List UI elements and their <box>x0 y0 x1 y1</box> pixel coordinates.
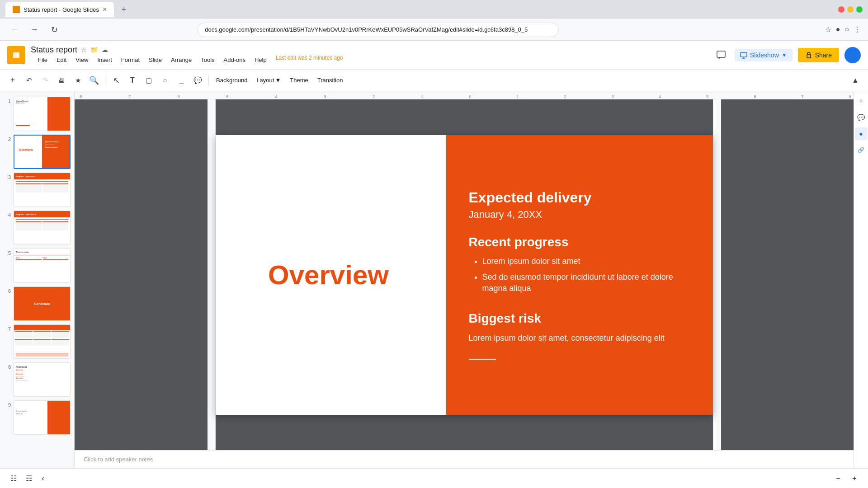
slide-item-8[interactable]: 8 Next steps Action item Lorem ipsum dol… <box>0 361 74 399</box>
slide-item-4[interactable]: 4 Progress - Topic area 2 <box>0 209 74 247</box>
profile-icon[interactable]: ○ <box>844 25 849 34</box>
layout-dropdown-icon: ▼ <box>275 77 281 84</box>
sidebar-explore-icon[interactable]: + <box>855 95 868 108</box>
cursor-btn[interactable]: ↖ <box>109 73 123 88</box>
add-slide-btn[interactable]: + <box>5 73 20 88</box>
menu-icon[interactable]: ⋮ <box>854 25 861 34</box>
background-btn[interactable]: Background <box>212 75 251 85</box>
menu-view[interactable]: View <box>72 55 92 65</box>
star-icon[interactable]: ☆ <box>81 46 87 53</box>
biggest-risk-text[interactable]: Lorem ipsum dolor sit amet, consectetur … <box>469 332 690 344</box>
slide-item-9[interactable]: 9 Lorem ipsum dolor sit <box>0 399 74 436</box>
folder-icon[interactable]: 📁 <box>90 46 98 53</box>
biggest-risk-heading[interactable]: Biggest risk <box>469 311 690 326</box>
extensions-icon[interactable]: ● <box>836 25 840 34</box>
url-bar[interactable]: docs.google.com/presentation/d/1B5HTaVYN… <box>197 23 559 37</box>
slide-thumbnail-8[interactable]: Next steps Action item Lorem ipsum dolor… <box>14 362 71 397</box>
slide-thumbnail-7[interactable] <box>14 324 71 359</box>
app-title[interactable]: Status report <box>31 45 77 55</box>
slideshow-dropdown-icon[interactable]: ▼ <box>782 52 787 58</box>
present-btn[interactable]: Slideshow ▼ <box>735 49 793 61</box>
toolbar-divider-2 <box>208 75 209 86</box>
collapse-panel-btn[interactable]: ‹ <box>42 474 44 483</box>
redo-btn[interactable]: ↷ <box>38 73 52 88</box>
close-window-btn[interactable] <box>838 6 844 13</box>
shape-btn[interactable]: ○ <box>158 73 172 88</box>
browser-tab[interactable]: Status report - Google Slides × <box>5 2 114 17</box>
new-tab-btn[interactable]: + <box>118 3 130 16</box>
slide-item-5[interactable]: 5 Attention areas Risk 1 Lorem ipsum dol… <box>0 247 74 285</box>
maximize-window-btn[interactable] <box>856 6 863 13</box>
layout-label: Layout <box>256 77 274 84</box>
line-btn[interactable]: ⎯ <box>174 73 189 88</box>
bullet-item-2[interactable]: Sed do eiusmod tempor incididunt ut labo… <box>482 272 690 294</box>
slide-thumbnail-9[interactable]: Lorem ipsum dolor sit <box>14 400 71 435</box>
slide-thumbnail-1[interactable]: Status Report: Project name: <box>14 97 71 131</box>
right-sidebar: + 💬 ● 🔗 <box>854 91 868 468</box>
slide-item-1[interactable]: 1 Status Report: Project name: <box>0 95 74 133</box>
slide-thumbnail-5[interactable]: Attention areas Risk 1 Lorem ipsum dolor… <box>14 249 71 283</box>
transition-btn[interactable]: Transition <box>314 75 347 85</box>
menu-slide[interactable]: Slide <box>145 55 165 65</box>
forward-btn[interactable]: → <box>27 23 42 37</box>
slide-thumbnail-4[interactable]: Progress - Topic area 2 <box>14 211 71 245</box>
browser-chrome: Status report - Google Slides × + <box>0 0 868 19</box>
slide-canvas[interactable]: Overview Expected delivery January 4, 20… <box>216 135 713 415</box>
toolbar-right: ▲ <box>848 73 863 88</box>
zoom-out-btn[interactable]: − <box>832 472 844 485</box>
menu-arrange[interactable]: Arrange <box>167 55 195 65</box>
sidebar-link-icon[interactable]: 🔗 <box>855 144 868 156</box>
slide-number-7: 7 <box>4 324 11 332</box>
layout-btn[interactable]: Layout ▼ <box>253 75 284 85</box>
menu-help[interactable]: Help <box>251 55 270 65</box>
expected-delivery-heading[interactable]: Expected delivery <box>469 189 690 206</box>
slide-item-7[interactable]: 7 <box>0 323 74 361</box>
paint-format-btn[interactable]: ★ <box>71 73 85 88</box>
slide-thumbnail-2[interactable]: Overview Expected delivery January 4, 20… <box>14 135 71 169</box>
sidebar-theme-icon[interactable]: ● <box>855 127 868 140</box>
overview-title[interactable]: Overview <box>268 259 389 291</box>
print-btn[interactable]: 🖶 <box>54 73 69 88</box>
slide-panel: 1 Status Report: Project name: 2 Overvie… <box>0 91 75 468</box>
user-avatar[interactable] <box>844 47 861 63</box>
expected-delivery-date[interactable]: January 4, 20XX <box>469 209 690 221</box>
menu-edit[interactable]: Edit <box>53 55 70 65</box>
image-btn[interactable]: ▢ <box>142 73 156 88</box>
notes-area[interactable]: Click to add speaker notes <box>75 450 854 468</box>
cloud-icon[interactable]: ☁ <box>102 46 108 53</box>
text-btn[interactable]: T <box>125 73 140 88</box>
menu-tools[interactable]: Tools <box>197 55 218 65</box>
recent-progress-heading[interactable]: Recent progress <box>469 235 690 249</box>
slide-item-6[interactable]: 6 Schedule <box>0 285 74 323</box>
zoom-in-btn[interactable]: + <box>848 472 861 485</box>
menu-addons[interactable]: Add-ons <box>220 55 249 65</box>
slides-logo-icon <box>11 50 22 61</box>
last-edit-text[interactable]: Last edit was 2 minutes ago <box>276 55 343 65</box>
reload-btn[interactable]: ↻ <box>47 23 61 37</box>
undo-btn[interactable]: ↶ <box>22 73 36 88</box>
bookmark-icon[interactable]: ☆ <box>825 25 831 34</box>
share-btn[interactable]: Share <box>798 48 839 62</box>
back-btn[interactable]: ← <box>7 23 22 37</box>
menu-format[interactable]: Format <box>118 55 143 65</box>
slide-number-6: 6 <box>4 286 11 294</box>
comments-btn[interactable] <box>713 47 729 63</box>
collapse-toolbar-btn[interactable]: ▲ <box>848 73 863 88</box>
slide-item-2[interactable]: 2 Overview Expected delivery January 4, … <box>0 133 74 171</box>
menu-insert[interactable]: Insert <box>94 55 116 65</box>
slide-thumbnail-3[interactable]: Progress - Topic area 1 <box>14 173 71 207</box>
notes-placeholder[interactable]: Click to add speaker notes <box>84 456 153 463</box>
comment-add-btn[interactable]: 💬 <box>190 73 205 88</box>
sidebar-chat-icon[interactable]: 💬 <box>855 111 868 124</box>
slide-number-1: 1 <box>4 97 11 104</box>
zoom-fit-btn[interactable]: 🔍 <box>87 73 101 88</box>
minimize-window-btn[interactable] <box>847 6 854 13</box>
menu-file[interactable]: File <box>34 55 51 65</box>
bullet-item-1[interactable]: Lorem ipsum dolor sit amet <box>482 256 690 267</box>
slides-list-view-btn[interactable]: ☶ <box>23 472 35 485</box>
slides-grid-view-btn[interactable]: ☷ <box>7 472 20 485</box>
tab-close-btn[interactable]: × <box>103 5 107 14</box>
slide-thumbnail-6[interactable]: Schedule <box>14 286 71 321</box>
theme-btn[interactable]: Theme <box>286 75 311 85</box>
slide-item-3[interactable]: 3 Progress - Topic area 1 <box>0 171 74 209</box>
